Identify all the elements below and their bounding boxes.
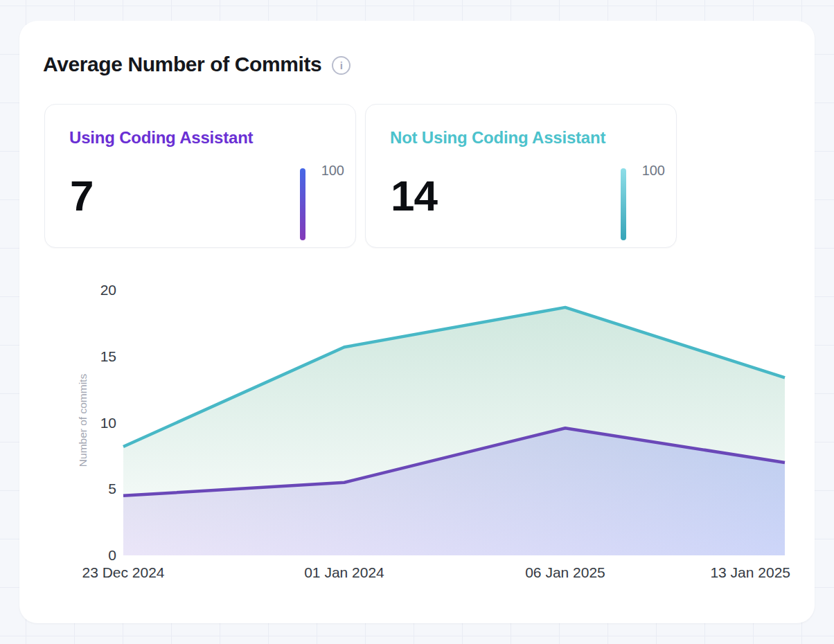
stat-label: Using Coding Assistant [69,128,253,147]
card-header: Average Number of Commits i [19,21,815,76]
stat-gradient-bar [621,168,626,240]
x-axis-tick-label: 13 Jan 2025 [710,564,790,580]
stats-row: Using Coding Assistant 7 100 Not Using C… [44,104,815,248]
stat-scale-max: 100 [642,163,665,179]
y-axis-tick-label: 10 [100,415,116,431]
stat-value: 14 [391,171,437,220]
info-icon[interactable]: i [332,56,351,75]
y-axis-tick-label: 0 [108,547,116,563]
stat-value: 7 [70,171,93,220]
stat-scale-max: 100 [321,163,344,179]
stat-gradient-bar [300,168,305,240]
stat-card-using-assistant: Using Coding Assistant 7 100 [44,104,356,248]
x-axis-tick-label: 23 Dec 2024 [82,564,164,580]
x-axis-tick-label: 01 Jan 2024 [304,564,384,580]
page-title: Average Number of Commits [43,53,321,76]
y-axis-title: Number of commits [77,374,89,467]
y-axis-tick-label: 20 [100,282,116,298]
commits-area-chart: 0510152023 Dec 202401 Jan 202406 Jan 202… [19,267,815,592]
x-axis-tick-label: 06 Jan 2025 [525,564,605,580]
y-axis-tick-label: 5 [108,481,116,497]
commits-chart-card: Average Number of Commits i Using Coding… [19,21,815,623]
stat-card-not-using-assistant: Not Using Coding Assistant 14 100 [365,104,677,248]
y-axis-tick-label: 15 [100,348,116,364]
stat-label: Not Using Coding Assistant [390,128,605,147]
